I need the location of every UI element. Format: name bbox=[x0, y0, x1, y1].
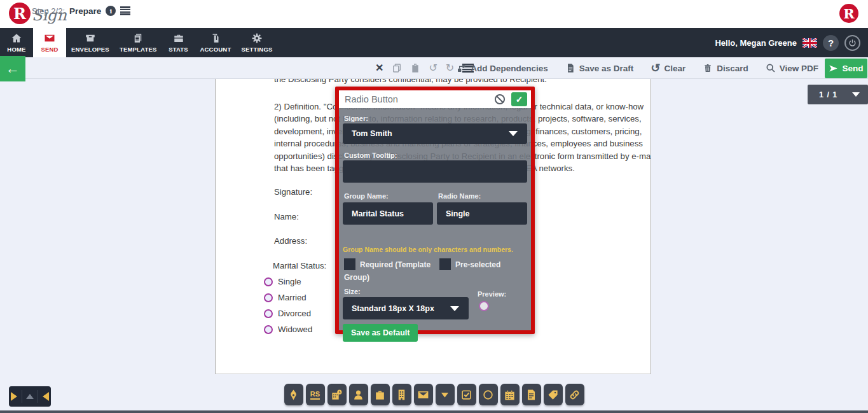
logout-power-button[interactable] bbox=[844, 35, 860, 51]
clear-icon: ↺ bbox=[651, 62, 660, 74]
radio-button-field[interactable] bbox=[264, 325, 273, 334]
group-name-label: Group Name: bbox=[344, 192, 389, 200]
building-icon bbox=[396, 389, 408, 401]
group-name-warning: Group Name should be only characters and… bbox=[343, 246, 513, 253]
signer-value: Tom Smith bbox=[352, 129, 392, 138]
copy-icon[interactable] bbox=[392, 63, 402, 73]
confirm-check-button[interactable]: ✓ bbox=[511, 92, 527, 106]
draft-file-icon bbox=[565, 63, 575, 73]
text-document-icon bbox=[525, 389, 537, 401]
radio-option-widowed: Widowed bbox=[264, 325, 312, 334]
back-button[interactable]: ← bbox=[0, 56, 25, 81]
preview-label: Preview: bbox=[478, 290, 506, 298]
document-line-clipped: the Disclosing Party considers confident… bbox=[274, 79, 547, 84]
radio-button-dialog: Radio Button ✓ Signer: Tom Smith Custom … bbox=[335, 87, 535, 334]
date-stamp-field-button[interactable] bbox=[327, 384, 347, 405]
nav-tab-label: ACCOUNT bbox=[200, 46, 231, 53]
date-field-button[interactable] bbox=[500, 384, 520, 405]
save-as-default-label: Save as Default bbox=[351, 328, 410, 337]
nav-tab-send[interactable]: SEND bbox=[33, 28, 66, 57]
dropdown-field-button[interactable] bbox=[436, 384, 455, 405]
radio-button-field[interactable] bbox=[264, 293, 273, 302]
signer-dropdown[interactable]: Tom Smith bbox=[343, 123, 527, 144]
add-dependencies-button[interactable]: Add Dependencies bbox=[457, 63, 548, 73]
group-name-value: Marital Status bbox=[352, 209, 404, 218]
page-selector[interactable]: 1 / 1 bbox=[808, 85, 868, 104]
delete-field-icon[interactable]: ✕ bbox=[375, 63, 383, 73]
radio-name-label: Radio Name: bbox=[438, 192, 481, 200]
cancel-slash-icon[interactable] bbox=[493, 93, 506, 106]
name-field-button[interactable] bbox=[349, 384, 368, 405]
paste-icon[interactable] bbox=[410, 63, 420, 73]
tag-field-button[interactable] bbox=[544, 384, 563, 405]
link-field-button[interactable] bbox=[565, 384, 584, 405]
nav-tab-templates[interactable]: TEMPLATES bbox=[114, 28, 162, 57]
info-icon[interactable]: i bbox=[106, 6, 116, 16]
clear-button[interactable]: ↺ Clear bbox=[651, 62, 685, 74]
checkbox-field-button[interactable] bbox=[457, 384, 476, 405]
step-indicator: Step 2/2: Prepare i bbox=[32, 0, 130, 22]
radio-option-label: Married bbox=[278, 293, 307, 302]
clear-label: Clear bbox=[664, 64, 685, 73]
discard-label: Discard bbox=[717, 64, 748, 73]
nav-tab-home[interactable]: HOME bbox=[0, 28, 33, 57]
view-pdf-label: View PDF bbox=[780, 64, 818, 73]
nav-tab-label: HOME bbox=[7, 46, 25, 53]
power-icon bbox=[848, 39, 857, 47]
previous-field-icon[interactable] bbox=[43, 392, 49, 401]
send-button[interactable]: Send bbox=[825, 59, 867, 78]
initials-field-button[interactable]: RS bbox=[306, 384, 325, 405]
undo-icon[interactable]: ↺ bbox=[429, 63, 437, 73]
nav-tab-account[interactable]: ACCOUNT bbox=[195, 28, 237, 57]
chevron-down-icon bbox=[450, 306, 459, 311]
text-field-button[interactable] bbox=[522, 384, 541, 405]
title-field-button[interactable] bbox=[371, 384, 390, 405]
nav-tab-label: SEND bbox=[41, 46, 58, 53]
save-as-draft-button[interactable]: Save as Draft bbox=[565, 63, 634, 73]
page-number: 1 / 1 bbox=[819, 90, 837, 99]
radio-option-married: Married bbox=[264, 293, 307, 302]
save-as-default-button[interactable]: Save as Default bbox=[343, 324, 418, 342]
custom-tooltip-input[interactable] bbox=[343, 160, 527, 183]
radio-button-field[interactable] bbox=[264, 309, 273, 318]
up-field-icon[interactable] bbox=[26, 394, 34, 399]
group-name-input[interactable]: Marital Status bbox=[343, 202, 433, 225]
date-stamp-icon bbox=[331, 389, 343, 401]
help-button[interactable]: ? bbox=[823, 35, 839, 51]
size-dropdown[interactable]: Standard 18px X 18px bbox=[343, 297, 469, 319]
radio-name-value: Single bbox=[446, 209, 470, 218]
nav-tab-envelopes[interactable]: ENVELOPES bbox=[66, 28, 114, 57]
discard-button[interactable]: Discard bbox=[703, 63, 748, 73]
fields-list-icon[interactable] bbox=[120, 6, 130, 15]
language-flag-icon[interactable] bbox=[803, 38, 817, 48]
email-field-button[interactable] bbox=[414, 384, 433, 405]
radio-option-divorced: Divorced bbox=[264, 309, 311, 318]
size-label: Size: bbox=[344, 288, 361, 295]
nav-tab-stats[interactable]: STATS bbox=[162, 28, 195, 57]
templates-icon bbox=[132, 32, 144, 44]
radio-option-label: Divorced bbox=[278, 309, 311, 318]
nav-tab-label: TEMPLATES bbox=[120, 46, 157, 53]
company-field-button[interactable] bbox=[392, 384, 411, 405]
radio-button-field[interactable] bbox=[264, 277, 273, 286]
signature-field-label: Signature: bbox=[274, 187, 312, 197]
signature-field-button[interactable] bbox=[284, 384, 303, 405]
radio-option-single: Single bbox=[264, 277, 301, 286]
radio-field-button[interactable] bbox=[479, 384, 498, 405]
view-pdf-button[interactable]: View PDF bbox=[766, 63, 818, 73]
signature-pen-icon bbox=[287, 389, 300, 401]
radio-name-input[interactable]: Single bbox=[437, 202, 527, 225]
nav-tab-settings[interactable]: SETTINGS bbox=[236, 28, 277, 57]
radio-option-label: Single bbox=[278, 277, 301, 286]
preselected-checkbox[interactable] bbox=[439, 258, 451, 270]
redo-icon[interactable]: ↻ bbox=[446, 63, 454, 73]
custom-tooltip-label: Custom Tooltip: bbox=[344, 151, 397, 159]
marital-status-label: Marital Status: bbox=[273, 261, 326, 270]
next-field-icon[interactable] bbox=[11, 392, 17, 401]
copy-icon bbox=[392, 63, 402, 73]
required-label: Required (Template Group) bbox=[344, 260, 431, 282]
dialog-header: Radio Button ✓ bbox=[339, 90, 531, 108]
preselected-label: Pre-selected bbox=[455, 260, 500, 269]
preselected-checkbox-row: Pre-selected bbox=[439, 258, 528, 271]
required-checkbox[interactable] bbox=[344, 258, 355, 270]
